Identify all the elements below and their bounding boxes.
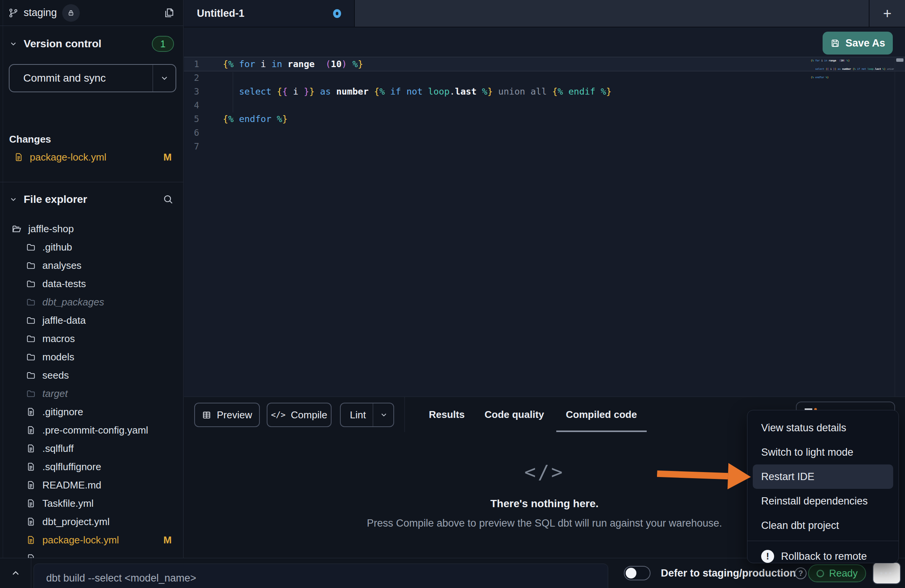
- folder-icon: [26, 389, 36, 398]
- tree-item-label: Taskfile.yml: [42, 498, 93, 509]
- alert-icon: !: [761, 550, 774, 563]
- code-line-4: 4: [184, 98, 905, 112]
- preview-button[interactable]: Preview: [194, 403, 260, 427]
- collapse-button[interactable]: [0, 558, 31, 588]
- code-lines: 1{% for i in range (10) %}23 select {{ i…: [184, 57, 905, 153]
- table-icon: [202, 410, 211, 420]
- chevron-down-icon[interactable]: [380, 411, 388, 419]
- file-icon: [14, 152, 24, 162]
- new-tab-button[interactable]: +: [870, 0, 905, 27]
- minimap[interactable]: {% for i in range (10) %} select {{ i }}…: [811, 59, 894, 80]
- tree-item-jaffle-data[interactable]: jaffle-data: [0, 311, 183, 329]
- line-number: 1: [184, 57, 209, 71]
- menu-item-reinstall-dependencies[interactable]: Reinstall dependencies: [747, 489, 899, 513]
- editor-scrollbar[interactable]: [895, 57, 905, 397]
- changed-file-row[interactable]: package-lock.yml M: [14, 147, 176, 167]
- tree-item-label: dbt_project.yml: [42, 516, 110, 528]
- changes-heading: Changes: [9, 133, 51, 145]
- tree-item-label: macros: [42, 333, 75, 345]
- tree-item-macros[interactable]: macros: [0, 329, 183, 348]
- branch-header: staging: [0, 0, 183, 26]
- tree-item-label: dbt_packages: [42, 296, 104, 308]
- menu-item-restart-ide[interactable]: Restart IDE: [753, 464, 893, 489]
- commit-options-dropdown[interactable]: [153, 65, 176, 92]
- branch-name[interactable]: staging: [24, 7, 57, 19]
- tree-item-models[interactable]: models: [0, 348, 183, 366]
- file-icon: [26, 553, 36, 558]
- copy-icon[interactable]: [163, 7, 175, 19]
- code-line-2: 2: [184, 71, 905, 85]
- lock-icon: [67, 9, 75, 17]
- menu-item-rollback-to-remote[interactable]: !Rollback to remote: [747, 544, 899, 569]
- folder-icon: [26, 242, 36, 252]
- toggle-knob: [626, 568, 636, 578]
- tree-item-analyses[interactable]: analyses: [0, 256, 183, 275]
- tree-item-label: package-lock.yml: [42, 534, 119, 546]
- tree-item-data-tests[interactable]: data-tests: [0, 275, 183, 293]
- folder-icon: [26, 260, 36, 270]
- tab-compiled-code[interactable]: Compiled code: [566, 397, 637, 432]
- tree-item-package-lock.yml[interactable]: package-lock.ymlM: [0, 531, 183, 549]
- tree-item-.github[interactable]: .github: [0, 238, 183, 256]
- tree-item-clipped[interactable]: [0, 549, 183, 558]
- tree-item-label: data-tests: [42, 278, 86, 290]
- tree-item-jaffle-shop[interactable]: jaffle-shop: [0, 220, 183, 238]
- file-icon: [26, 407, 36, 417]
- tree-item-.sqlfluff[interactable]: .sqlfluff: [0, 439, 183, 458]
- sidebar: staging Version control 1 Commit and syn…: [0, 0, 184, 558]
- command-input[interactable]: dbt build --select <model_name>: [34, 564, 608, 588]
- search-icon[interactable]: [163, 194, 174, 205]
- tree-item-dbt_packages[interactable]: dbt_packages: [0, 293, 183, 311]
- line-number: 6: [184, 126, 209, 140]
- file-icon: [26, 517, 36, 527]
- tree-item-.sqlfluffignore[interactable]: .sqlfluffignore: [0, 458, 183, 476]
- tree-item-label: .pre-commit-config.yaml: [42, 424, 148, 436]
- tree-item-label: README.md: [42, 479, 101, 491]
- folder-icon: [26, 297, 36, 307]
- indent-guide: [233, 72, 233, 112]
- commit-and-sync-button[interactable]: Commit and sync: [9, 64, 176, 92]
- empty-state-title: There's nothing here.: [490, 498, 599, 510]
- tab-results[interactable]: Results: [429, 397, 465, 432]
- help-icon[interactable]: ?: [795, 567, 807, 579]
- line-number: 7: [184, 140, 209, 153]
- modified-badge: M: [163, 151, 176, 163]
- save-icon: [830, 38, 840, 48]
- compile-button[interactable]: </> Compile: [267, 403, 332, 427]
- save-as-button[interactable]: Save As: [823, 32, 893, 55]
- code-line-6: 6: [184, 126, 905, 140]
- tree-item-.gitignore[interactable]: .gitignore: [0, 403, 183, 421]
- line-number: 5: [184, 112, 209, 126]
- menu-item-switch-to-light-mode[interactable]: Switch to light mode: [747, 440, 899, 464]
- lint-button[interactable]: Lint: [340, 403, 394, 427]
- defer-toggle[interactable]: [624, 566, 651, 580]
- ide-status-menu: View status detailsSwitch to light modeR…: [747, 410, 899, 563]
- dbt-ide-window: staging Version control 1 Commit and syn…: [0, 0, 905, 588]
- command-placeholder: dbt build --select <model_name>: [46, 572, 196, 584]
- tree-item-label: jaffle-shop: [28, 223, 74, 235]
- folder-icon: [26, 334, 36, 344]
- code-editor[interactable]: 1{% for i in range (10) %}23 select {{ i…: [184, 57, 905, 397]
- status-circle-icon: [816, 570, 824, 577]
- tree-item-label: target: [42, 388, 68, 400]
- chevron-down-icon[interactable]: [9, 195, 18, 204]
- tree-item-dbt_project.yml[interactable]: dbt_project.yml: [0, 512, 183, 531]
- line-number: 3: [184, 85, 209, 98]
- file-icon: [26, 443, 36, 453]
- folder-icon: [26, 352, 36, 362]
- tree-item-.pre-commit-config.yaml[interactable]: .pre-commit-config.yaml: [0, 421, 183, 439]
- tab-untitled-1[interactable]: Untitled-1: [184, 0, 355, 27]
- tree-item-Taskfile.yml[interactable]: Taskfile.yml: [0, 494, 183, 512]
- version-control-panel: Version control 1 Commit and sync Change…: [0, 26, 183, 182]
- tree-item-target[interactable]: target: [0, 384, 183, 403]
- tree-item-seeds[interactable]: seeds: [0, 366, 183, 384]
- tree-item-README.md[interactable]: README.md: [0, 476, 183, 494]
- scrollbar-thumb[interactable]: [896, 58, 903, 62]
- menu-item-view-status-details[interactable]: View status details: [747, 416, 899, 440]
- tab-code-quality[interactable]: Code quality: [485, 397, 544, 432]
- code-icon: </>: [524, 461, 564, 483]
- git-branch-icon: [8, 8, 18, 18]
- file-explorer-panel: File explorer jaffle-shop.githubanalyses…: [0, 182, 183, 558]
- menu-item-clean-dbt-project[interactable]: Clean dbt project: [747, 513, 899, 538]
- chevron-down-icon[interactable]: [9, 40, 18, 48]
